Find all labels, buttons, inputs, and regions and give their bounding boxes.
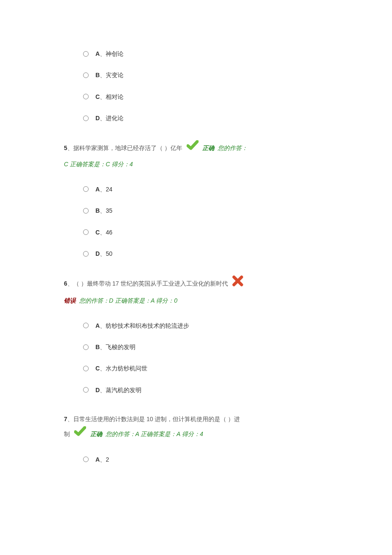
option-text: 、纺纱技术和织布技术的轮流进步	[100, 322, 189, 329]
option-text: 、相对论	[100, 93, 124, 100]
question-5-feedback: C 正确答案是：C 得分：4	[64, 157, 328, 172]
question-6-block: 6、（ ）最终带动 17 世纪的英国从手工业进入工业化的新时代 错误 您的作答：…	[64, 275, 328, 395]
option-row: A、纺纱技术和织布技术的轮流进步	[83, 321, 328, 330]
question-text-part2: 制	[64, 431, 70, 437]
option-label: B、灾变论	[95, 70, 124, 80]
option-row: D、50	[83, 249, 328, 258]
option-letter: A	[95, 186, 100, 193]
question-text: 、据科学家测算，地球已经存活了（ ）亿年	[67, 144, 182, 151]
feedback-prefix: 您的作答：	[216, 144, 248, 151]
option-label: D、进化论	[95, 113, 124, 123]
option-text: 、50	[100, 250, 112, 257]
option-text: 、46	[100, 229, 112, 236]
option-label: A、纺纱技术和织布技术的轮流进步	[95, 321, 189, 330]
question-5-stem: 5、据科学家测算，地球已经存活了（ ）亿年 正确 您的作答：	[64, 140, 328, 156]
check-icon	[74, 426, 86, 442]
question-6-options: A、纺纱技术和织布技术的轮流进步 B、飞梭的发明 C、水力纺纱机问世 D、蒸汽机…	[64, 321, 328, 395]
option-radio-a[interactable]	[83, 457, 89, 462]
option-letter: C	[95, 93, 100, 100]
feedback-prefix: 您的作答：D 正确答案是：A 得分：0	[78, 297, 177, 304]
question-4-block: A、神创论 B、灾变论 C、相对论 D、进化论	[64, 49, 328, 123]
option-letter: C	[95, 229, 100, 236]
option-row: C、相对论	[83, 92, 328, 101]
question-6-feedback-line: 错误 您的作答：D 正确答案是：A 得分：0	[64, 294, 328, 308]
question-6-stem: 6、（ ）最终带动 17 世纪的英国从手工业进入工业化的新时代	[64, 275, 328, 292]
option-letter: D	[95, 387, 100, 393]
option-radio-c[interactable]	[83, 229, 89, 235]
option-row: A、2	[83, 455, 328, 464]
option-label: A、神创论	[95, 49, 124, 58]
option-row: B、35	[83, 206, 328, 215]
option-label: A、24	[95, 185, 112, 194]
option-radio-d[interactable]	[83, 387, 89, 393]
option-row: D、进化论	[83, 113, 328, 123]
option-text: 、灾变论	[100, 72, 124, 78]
status-correct: 正确	[202, 144, 214, 151]
question-4-options: A、神创论 B、灾变论 C、相对论 D、进化论	[64, 49, 328, 123]
option-text: 、神创论	[100, 50, 124, 57]
option-label: D、50	[95, 249, 112, 258]
question-number: 6	[64, 280, 67, 287]
option-text: 、35	[100, 207, 112, 214]
option-radio-d[interactable]	[83, 251, 89, 257]
option-text: 、24	[100, 186, 112, 193]
feedback-text: 您的作答：A 正确答案是：A 得分：4	[104, 431, 203, 437]
question-5-options: A、24 B、35 C、46 D、50	[64, 185, 328, 259]
status-correct: 正确	[90, 431, 102, 437]
option-letter: B	[95, 72, 100, 78]
question-7-stem: 7、日常生活使用的计数法则是 10 进制，但计算机使用的是（ ）进	[64, 412, 328, 426]
option-label: D、蒸汽机的发明	[95, 385, 141, 395]
option-row: A、神创论	[83, 49, 328, 58]
option-text: 、进化论	[100, 115, 124, 121]
option-label: B、35	[95, 206, 112, 215]
option-label: B、飞梭的发明	[95, 342, 135, 352]
option-letter: B	[95, 344, 100, 350]
option-radio-b[interactable]	[83, 208, 89, 214]
status-wrong: 错误	[64, 297, 76, 304]
option-label: C、相对论	[95, 92, 124, 101]
option-row: B、飞梭的发明	[83, 342, 328, 352]
option-letter: A	[95, 322, 100, 329]
option-letter: A	[95, 456, 100, 463]
option-letter: B	[95, 207, 100, 214]
question-text: 、（ ）最终带动 17 世纪的英国从手工业进入工业化的新时代	[67, 280, 228, 287]
option-letter: D	[95, 250, 100, 257]
option-letter: A	[95, 50, 100, 57]
option-row: D、蒸汽机的发明	[83, 385, 328, 395]
option-text: 、飞梭的发明	[100, 344, 135, 350]
option-radio-d[interactable]	[83, 116, 89, 121]
option-text: 、2	[100, 456, 109, 463]
option-radio-b[interactable]	[83, 344, 89, 350]
option-letter: D	[95, 115, 100, 121]
option-text: 、水力纺纱机问世	[100, 365, 147, 372]
option-text: 、蒸汽机的发明	[100, 387, 141, 393]
option-row: C、46	[83, 228, 328, 237]
question-text-part1: 、日常生活使用的计数法则是 10 进制，但计算机使用的是（ ）进	[67, 416, 240, 422]
option-row: C、水力纺纱机问世	[83, 364, 328, 373]
option-radio-c[interactable]	[83, 366, 89, 371]
option-radio-b[interactable]	[83, 72, 89, 78]
check-icon	[187, 140, 199, 156]
option-radio-a[interactable]	[83, 51, 89, 57]
question-number: 7	[64, 416, 67, 422]
option-radio-c[interactable]	[83, 94, 89, 99]
option-row: B、灾变论	[83, 70, 328, 80]
option-radio-a[interactable]	[83, 186, 89, 192]
cross-icon	[232, 275, 243, 292]
option-label: C、46	[95, 228, 112, 237]
option-letter: C	[95, 365, 100, 372]
question-number: 5	[64, 144, 67, 151]
option-row: A、24	[83, 185, 328, 194]
question-5-block: 5、据科学家测算，地球已经存活了（ ）亿年 正确 您的作答： C 正确答案是：C…	[64, 140, 328, 259]
question-7-stem-line2: 制 正确 您的作答：A 正确答案是：A 得分：4	[64, 426, 328, 442]
option-radio-a[interactable]	[83, 323, 89, 328]
question-7-options: A、2	[64, 455, 328, 464]
question-7-block: 7、日常生活使用的计数法则是 10 进制，但计算机使用的是（ ）进 制 正确 您…	[64, 412, 328, 464]
option-label: A、2	[95, 455, 109, 464]
option-label: C、水力纺纱机问世	[95, 364, 147, 373]
